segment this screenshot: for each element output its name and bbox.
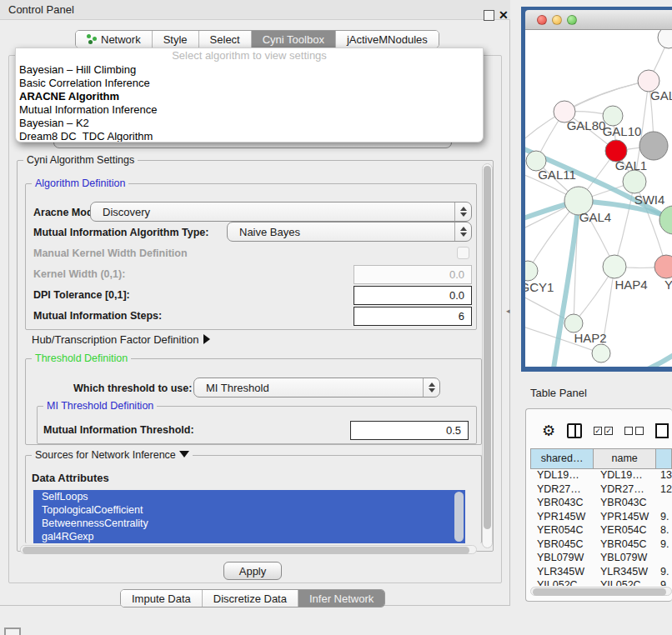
network-node[interactable] — [659, 206, 672, 234]
algorithm-option[interactable]: Mutual Information Inference — [16, 103, 483, 117]
tab-jactivemnodules[interactable]: jActiveMNodules — [336, 31, 439, 48]
gear-icon[interactable]: ⚙ — [542, 422, 555, 440]
network-edge[interactable] — [564, 81, 649, 112]
aracne-mode-combobox[interactable]: Discovery — [90, 202, 472, 222]
apply-button[interactable]: Apply — [223, 562, 282, 580]
tab-label: jActiveMNodules — [347, 33, 428, 46]
table-row[interactable]: YDL19…YDL19…13 — [530, 469, 672, 483]
zoom-traffic-light-icon[interactable] — [567, 15, 577, 25]
network-window-titlebar[interactable] — [525, 10, 672, 30]
data-attributes-list[interactable]: SelfLoopsTopologicalCoefficientBetweenne… — [33, 490, 465, 543]
table-panel-toolbar: ⚙ ✓✓ — [530, 417, 672, 445]
bottom-tabbar: Impute DataDiscretize DataInfer Network — [120, 589, 385, 608]
table-cell: YPR145W — [530, 511, 594, 525]
tab-select[interactable]: Select — [199, 31, 252, 48]
table-horizontal-scrollbar[interactable] — [530, 587, 672, 596]
minimized-panel-chip[interactable] — [4, 628, 21, 635]
table-cell: YBR043C — [594, 497, 657, 511]
attributes-scrollbar-thumb[interactable] — [454, 492, 464, 542]
network-graph[interactable]: GALGAL80GAL10GAL1GAL11SWI4GAL4GCY1HAP4YH… — [525, 30, 672, 367]
table-cell: 9. — [657, 511, 672, 525]
attribute-list-item[interactable]: BetweennessCentrality — [33, 517, 465, 530]
node-label: GAL4 — [579, 210, 611, 224]
table-cell: YLR345W — [530, 566, 594, 580]
algorithm-option[interactable]: Basic Correlation Inference — [16, 77, 483, 90]
attribute-list-item[interactable]: gal4RGexp — [33, 530, 465, 543]
network-view-window[interactable]: GALGAL80GAL10GAL1GAL11SWI4GAL4GCY1HAP4YH… — [521, 7, 672, 372]
select-all-checkboxes-icon[interactable]: ✓✓ — [594, 427, 613, 435]
table-row[interactable]: YDR27…YDR27…12 — [530, 483, 672, 498]
network-node-hap2[interactable] — [564, 314, 583, 332]
settings-hscrollbar-thumb[interactable] — [23, 547, 469, 554]
algorithm-option[interactable]: Dream8 DC_TDC Algorithm — [16, 130, 483, 142]
network-node[interactable] — [658, 30, 672, 48]
algorithm-option[interactable]: Bayesian – K2 — [16, 117, 483, 130]
manual-kernel-width-checkbox[interactable] — [457, 247, 469, 259]
threshold-definition-title: Threshold Definition — [32, 352, 131, 364]
close-traffic-light-icon[interactable] — [537, 15, 547, 25]
column-layout-icon[interactable] — [567, 423, 582, 438]
column-header[interactable] — [656, 449, 671, 468]
table-cell: YIL052C — [530, 579, 594, 586]
table-cell: 13 — [657, 469, 672, 483]
collapse-down-icon — [179, 451, 189, 458]
table-row[interactable]: YPR145WYPR145W9. — [530, 511, 672, 525]
network-node-y[interactable] — [654, 255, 672, 278]
tab-style[interactable]: Style — [153, 31, 199, 48]
dpi-tolerance-field[interactable]: 0.0 — [354, 286, 472, 305]
network-canvas[interactable]: GALGAL80GAL10GAL1GAL11SWI4GAL4GCY1HAP4YH… — [525, 30, 672, 367]
table-cell — [657, 552, 672, 566]
network-node[interactable] — [639, 132, 668, 160]
table-hscrollbar-thumb[interactable] — [533, 588, 666, 596]
settings-scrollbar-thumb[interactable] — [484, 166, 491, 529]
tab-network[interactable]: Network — [76, 31, 153, 48]
sources-title[interactable]: Sources for Network Inference — [32, 449, 193, 461]
table-row[interactable]: YBL079WYBL079W — [530, 552, 672, 566]
close-icon[interactable]: ✕ — [499, 8, 509, 22]
deselect-all-checkboxes-icon[interactable] — [624, 427, 644, 435]
table-row[interactable]: YBR043CYBR043C — [530, 497, 672, 511]
table-row[interactable]: YBR045CYBR045C9. — [530, 538, 672, 552]
tab-infer-network[interactable]: Infer Network — [298, 590, 384, 607]
node-label: GAL11 — [538, 168, 576, 182]
network-node-swi4[interactable] — [623, 170, 646, 193]
tab-discretize-data[interactable]: Discretize Data — [203, 590, 298, 607]
table-cell: YDR27… — [530, 483, 594, 498]
combo-stepper-icon[interactable] — [454, 222, 471, 241]
table-cell: 12 — [657, 483, 672, 498]
control-panel-tabbar: NetworkStyleSelectCyni ToolboxjActiveMNo… — [75, 30, 439, 48]
panel-divider-handle[interactable]: ◂ — [506, 307, 510, 315]
network-node-gcy1[interactable] — [525, 261, 538, 281]
table-cell: YER054C — [594, 524, 657, 538]
table-row[interactable]: YLR345WYLR345W9. — [530, 566, 672, 580]
table-cell: YPR145W — [594, 511, 657, 525]
column-header[interactable]: name — [594, 449, 656, 468]
table-row[interactable]: YIL052CYIL052C9 — [530, 579, 672, 586]
network-node-hap4[interactable] — [603, 255, 626, 278]
mi-threshold-field[interactable]: 0.5 — [350, 421, 469, 440]
algorithm-option[interactable]: ARACNE Algorithm — [16, 90, 483, 103]
algorithm-option[interactable]: Bayesian – Hill Climbing — [16, 63, 483, 77]
network-node-gal10[interactable] — [603, 106, 623, 126]
attribute-list-item[interactable]: TopologicalCoefficient — [33, 503, 465, 517]
network-node[interactable] — [592, 344, 610, 362]
document-icon[interactable] — [655, 423, 669, 438]
attribute-list-item[interactable]: SelfLoops — [33, 490, 465, 503]
tab-impute-data[interactable]: Impute Data — [121, 590, 203, 607]
settings-horizontal-scrollbar[interactable] — [20, 545, 477, 554]
mi-steps-field[interactable]: 6 — [354, 307, 472, 326]
minimize-traffic-light-icon[interactable] — [552, 15, 562, 25]
tab-label: Select — [210, 33, 240, 46]
mi-algorithm-type-combobox[interactable]: Naive Bayes — [227, 222, 472, 242]
column-header[interactable]: shared… — [531, 449, 594, 468]
kernel-width-field[interactable]: 0.0 — [354, 265, 472, 284]
combo-stepper-icon[interactable] — [423, 378, 439, 397]
settings-vertical-scrollbar[interactable] — [482, 163, 493, 548]
combo-stepper-icon[interactable] — [454, 202, 471, 221]
which-threshold-combobox[interactable]: MI Threshold — [193, 378, 440, 398]
table-cell: 8. — [657, 524, 672, 538]
hub-definition-expander[interactable]: Hub/Transcription Factor Definition — [32, 333, 210, 346]
tab-cyni-toolbox[interactable]: Cyni Toolbox — [252, 31, 336, 48]
table-row[interactable]: YER054CYER054C8. — [530, 524, 672, 538]
float-window-icon[interactable] — [484, 10, 494, 21]
